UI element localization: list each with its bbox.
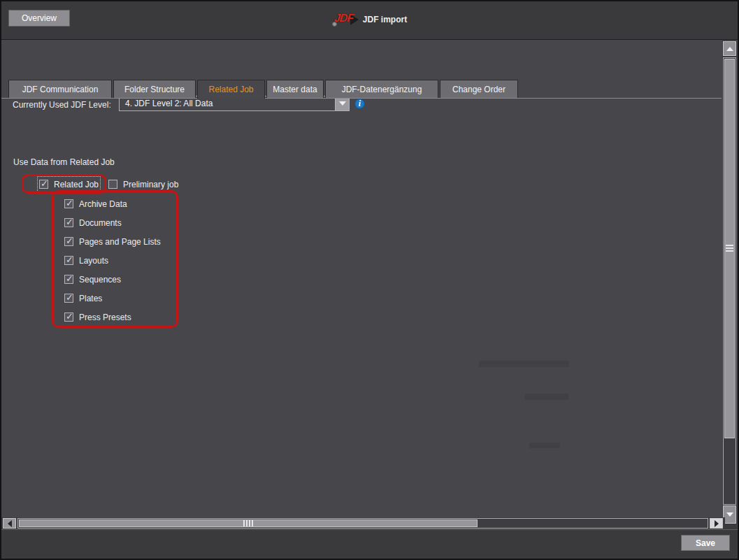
checkbox-checked-icon xyxy=(64,237,73,246)
checkbox-checked-icon xyxy=(64,199,73,208)
checkbox-label: Pages and Page Lists xyxy=(79,237,161,247)
checkbox-preliminary-job[interactable]: Preliminary job xyxy=(108,178,178,190)
scroll-grip-icon xyxy=(726,245,733,252)
checkbox-plates[interactable]: Plates xyxy=(64,292,102,304)
logo-text: JDF xyxy=(333,12,354,24)
main-content: Currently Used JDF Level: 4. JDF Level 2… xyxy=(1,41,722,517)
tab-jdf-communication[interactable]: JDF Communication xyxy=(8,80,112,98)
save-button[interactable]: Save xyxy=(681,535,730,551)
checkbox-checked-icon xyxy=(64,275,73,284)
tab-related-job[interactable]: Related Job xyxy=(197,80,265,99)
checkbox-checked-icon xyxy=(64,218,73,227)
ghost-artifact xyxy=(479,361,569,367)
checkbox-pages-and-page-lists[interactable]: Pages and Page Lists xyxy=(64,236,161,247)
checkbox-label: Sequences xyxy=(79,275,121,285)
checkbox-checked-icon xyxy=(64,256,73,265)
section-label-use-data: Use Data from Related Job xyxy=(13,157,115,167)
scroll-left-button[interactable] xyxy=(3,518,16,529)
checkbox-checked-icon xyxy=(64,313,73,322)
app-title-group: JDF JDF import xyxy=(1,11,738,28)
arrow-down-icon xyxy=(726,512,733,517)
ghost-artifact xyxy=(525,394,568,400)
vertical-scroll-track[interactable] xyxy=(723,57,736,505)
checkbox-documents[interactable]: Documents xyxy=(64,217,122,229)
info-icon[interactable]: i xyxy=(354,99,365,109)
tab-change-order[interactable]: Change Order xyxy=(440,80,518,98)
arrow-right-icon xyxy=(715,520,719,527)
tab-jdf-datenergaenzung[interactable]: JDF-Datenergänzung xyxy=(325,80,438,98)
checkbox-label: Layouts xyxy=(79,256,108,266)
horizontal-scrollbar xyxy=(1,517,725,529)
jdf-level-selected-value: 4. JDF Level 2: All Data xyxy=(125,99,213,108)
horizontal-scroll-track[interactable] xyxy=(17,518,708,529)
checkbox-layouts[interactable]: Layouts xyxy=(64,254,108,266)
scroll-up-button[interactable] xyxy=(723,41,736,56)
horizontal-scroll-thumb[interactable] xyxy=(19,519,478,527)
jdf-logo-icon: JDF xyxy=(332,12,357,27)
checkbox-label: Archive Data xyxy=(79,199,127,209)
checkbox-label: Preliminary job xyxy=(123,180,178,189)
scroll-grip-icon xyxy=(243,520,254,526)
checkbox-sequences[interactable]: Sequences xyxy=(64,273,121,285)
checkbox-press-presets[interactable]: Press Presets xyxy=(64,311,131,323)
vertical-scrollbar xyxy=(722,41,737,529)
header-bar: Overview JDF JDF import xyxy=(1,1,738,40)
arrow-up-icon xyxy=(726,47,733,51)
checkbox-related-job[interactable]: Related Job xyxy=(39,178,99,190)
checkbox-label: Plates xyxy=(79,294,102,303)
footer-bar: Save xyxy=(1,529,738,559)
checkbox-checked-icon xyxy=(39,180,48,189)
tab-master-data[interactable]: Master data xyxy=(266,80,324,98)
scroll-right-button[interactable] xyxy=(710,518,723,529)
jdf-level-label: Currently Used JDF Level: xyxy=(13,100,111,110)
checkbox-label: Documents xyxy=(79,218,122,228)
chevron-down-icon xyxy=(339,101,346,106)
vertical-scroll-thumb[interactable] xyxy=(724,59,735,438)
tab-folder-structure[interactable]: Folder Structure xyxy=(113,80,196,98)
checkbox-unchecked-icon xyxy=(108,180,117,189)
checkbox-label: Related Job xyxy=(54,180,99,189)
checkbox-label: Press Presets xyxy=(79,313,131,322)
tab-bar: JDF Communication Folder Structure Relat… xyxy=(1,80,722,99)
page-title: JDF import xyxy=(363,15,407,24)
jdf-import-window: Overview JDF JDF import Currently Used J… xyxy=(0,0,739,560)
dropdown-arrow-button[interactable] xyxy=(335,96,349,110)
checkbox-checked-icon xyxy=(64,294,73,303)
arrow-left-icon xyxy=(8,520,12,527)
checkbox-archive-data[interactable]: Archive Data xyxy=(64,198,127,210)
ghost-artifact xyxy=(529,443,560,448)
